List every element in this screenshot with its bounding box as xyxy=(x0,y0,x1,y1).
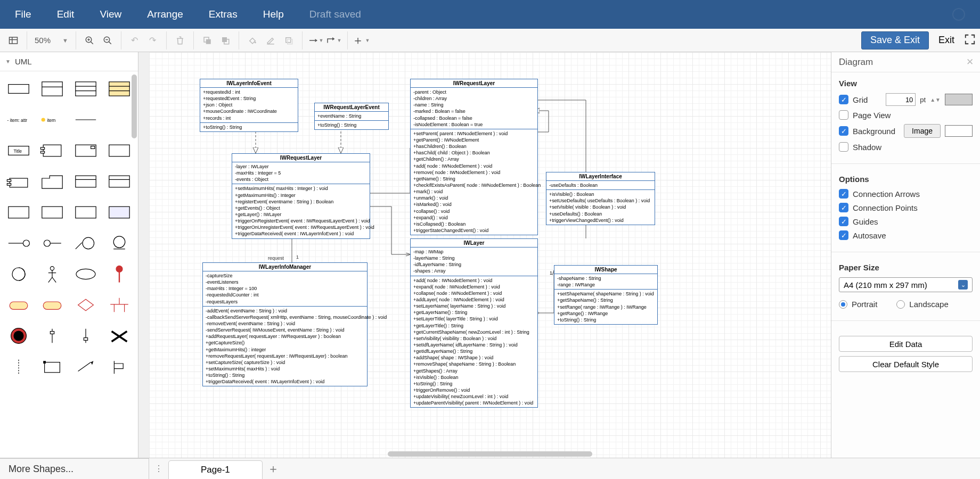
palette-shape-6[interactable] xyxy=(72,108,100,132)
shadow-icon[interactable] xyxy=(280,31,298,49)
clear-style-button[interactable]: Clear Default Style xyxy=(839,356,973,372)
palette-shape-24[interactable] xyxy=(4,262,32,286)
palette-shape-7[interactable] xyxy=(105,108,134,132)
palette-shape-23[interactable] xyxy=(105,231,134,255)
grid-color-swatch[interactable] xyxy=(945,94,973,105)
edit-data-button[interactable]: Edit Data xyxy=(839,336,973,352)
palette-shape-11[interactable] xyxy=(105,138,134,163)
connection-style-icon[interactable]: ▼ xyxy=(307,31,325,49)
palette-shape-38[interactable] xyxy=(72,354,100,379)
account-icon[interactable] xyxy=(952,8,965,21)
fullscreen-icon[interactable] xyxy=(964,34,976,47)
palette-shape-27[interactable] xyxy=(105,262,134,286)
palette-shape-29[interactable] xyxy=(38,293,66,317)
autosave-checkbox[interactable]: ✓ xyxy=(839,230,848,240)
orientation-landscape-radio[interactable] xyxy=(896,300,905,309)
paper-size-select[interactable]: A4 (210 mm x 297 mm) ⌄ xyxy=(839,277,973,292)
palette-shape-19[interactable] xyxy=(105,200,134,225)
palette-shape-14[interactable] xyxy=(72,169,100,194)
more-shapes-button[interactable]: More Shapes... xyxy=(0,458,149,479)
background-checkbox[interactable]: ✓ xyxy=(839,126,848,136)
palette-shape-8[interactable]: Title xyxy=(4,138,32,163)
redo-icon[interactable]: ↷ xyxy=(144,31,162,49)
pageview-checkbox[interactable] xyxy=(839,110,848,120)
uml-IWRequestLayer-big[interactable]: IWRequestLayer -parent : Object -childre… xyxy=(410,79,538,235)
palette-shape-12[interactable] xyxy=(4,169,32,194)
palette-scrollbar[interactable] xyxy=(132,75,137,437)
grid-checkbox[interactable]: ✓ xyxy=(839,95,848,104)
palette-shape-17[interactable] xyxy=(38,200,66,225)
palette-shape-32[interactable] xyxy=(4,324,32,348)
uml-IWLayer[interactable]: IWLayer -map : IWMap -layerName : String… xyxy=(410,238,538,408)
close-icon[interactable]: ✕ xyxy=(966,56,974,68)
add-page-button[interactable]: ＋ xyxy=(263,458,284,479)
palette-shape-28[interactable] xyxy=(4,293,32,317)
menu-file[interactable]: File xyxy=(15,9,31,20)
tab-menu-icon[interactable]: ⋮ xyxy=(149,458,168,479)
exit-button[interactable]: Exit xyxy=(934,35,959,46)
palette-shape-9[interactable] xyxy=(38,138,66,163)
menu-edit[interactable]: Edit xyxy=(57,9,75,20)
fill-color-icon[interactable] xyxy=(243,31,262,49)
uml-IWLayerInterface[interactable]: IWLayerInterface -useDefaults : Boolean … xyxy=(546,172,655,225)
palette-shape-5[interactable]: item xyxy=(38,108,66,132)
orientation-portrait-radio[interactable] xyxy=(839,300,847,309)
palette-shape-26[interactable] xyxy=(72,262,100,286)
guides-checkbox[interactable]: ✓ xyxy=(839,217,848,226)
undo-icon[interactable]: ↶ xyxy=(126,31,144,49)
menu-arrange[interactable]: Arrange xyxy=(147,9,183,20)
to-front-icon[interactable] xyxy=(198,31,216,49)
palette-shape-16[interactable] xyxy=(4,200,32,225)
tab-page-1[interactable]: Page-1 xyxy=(168,460,263,479)
svg-line-87 xyxy=(78,362,91,371)
palette-shape-31[interactable] xyxy=(105,293,134,317)
conn-arrows-checkbox[interactable]: ✓ xyxy=(839,189,848,199)
palette-shape-20[interactable] xyxy=(4,231,32,255)
menu-extras[interactable]: Extras xyxy=(209,9,238,20)
uml-IWLayerInfoManager[interactable]: IWLayerInfoManager -captureSize -eventLi… xyxy=(202,262,368,386)
save-exit-button[interactable]: Save & Exit xyxy=(861,31,929,49)
sidebar-toggle-icon[interactable] xyxy=(4,31,22,49)
palette-category-header[interactable]: ▼ UML xyxy=(0,52,138,71)
add-icon[interactable]: ＋▼ xyxy=(352,31,370,49)
palette-shape-22[interactable] xyxy=(72,231,100,255)
palette-shape-33[interactable] xyxy=(38,324,66,348)
palette-shape-10[interactable] xyxy=(72,138,100,163)
palette-shape-1[interactable] xyxy=(38,77,66,101)
background-image-button[interactable]: Image xyxy=(904,124,941,138)
palette-shape-15[interactable] xyxy=(105,169,134,194)
waypoint-style-icon[interactable]: ▼ xyxy=(325,31,343,49)
palette-shape-39[interactable] xyxy=(105,354,134,379)
menu-help[interactable]: Help xyxy=(263,9,284,20)
palette-shape-36[interactable] xyxy=(4,354,32,379)
menu-view[interactable]: View xyxy=(100,9,121,20)
background-color-swatch[interactable] xyxy=(945,125,973,137)
conn-points-checkbox[interactable]: ✓ xyxy=(839,203,848,212)
palette-shape-25[interactable] xyxy=(38,262,66,286)
palette-shape-3[interactable] xyxy=(105,77,134,101)
palette-shape-13[interactable] xyxy=(38,169,66,194)
uml-IWLayerInfoEvent[interactable]: IWLayerInfoEvent +requestedId : int +req… xyxy=(200,79,298,132)
canvas-h-scrollbar[interactable] xyxy=(388,451,592,457)
to-back-icon[interactable] xyxy=(216,31,234,49)
palette-shape-30[interactable] xyxy=(72,293,100,317)
delete-icon[interactable] xyxy=(171,31,189,49)
palette-shape-18[interactable] xyxy=(72,200,100,225)
palette-shape-34[interactable] xyxy=(72,324,100,348)
palette-shape-2[interactable] xyxy=(72,77,100,101)
palette-shape-21[interactable] xyxy=(38,231,66,255)
shadow-checkbox[interactable] xyxy=(839,142,848,152)
uml-IWRequestLayer-small[interactable]: IWRequestLayer -layer : IWLayer -maxHits… xyxy=(232,153,370,239)
line-color-icon[interactable] xyxy=(262,31,280,49)
palette-shape-4[interactable]: - item: attr xyxy=(4,108,32,132)
palette-shape-35[interactable] xyxy=(105,324,134,348)
grid-size-input[interactable] xyxy=(886,93,916,106)
uml-IWRequestLayerEvent[interactable]: IWRequestLayerEvent +eventName : String … xyxy=(314,103,389,130)
zoom-out-icon[interactable] xyxy=(99,31,117,49)
palette-shape-0[interactable] xyxy=(4,77,32,101)
zoom-select[interactable]: 50%▼ xyxy=(31,31,71,49)
canvas[interactable]: request 1 *1 IWLayerInfoEvent +requested… xyxy=(149,52,831,458)
palette-shape-37[interactable] xyxy=(38,354,66,379)
zoom-in-icon[interactable] xyxy=(80,31,99,49)
uml-IWShape[interactable]: IWShape -shapeName : String -range : IWR… xyxy=(554,265,658,325)
